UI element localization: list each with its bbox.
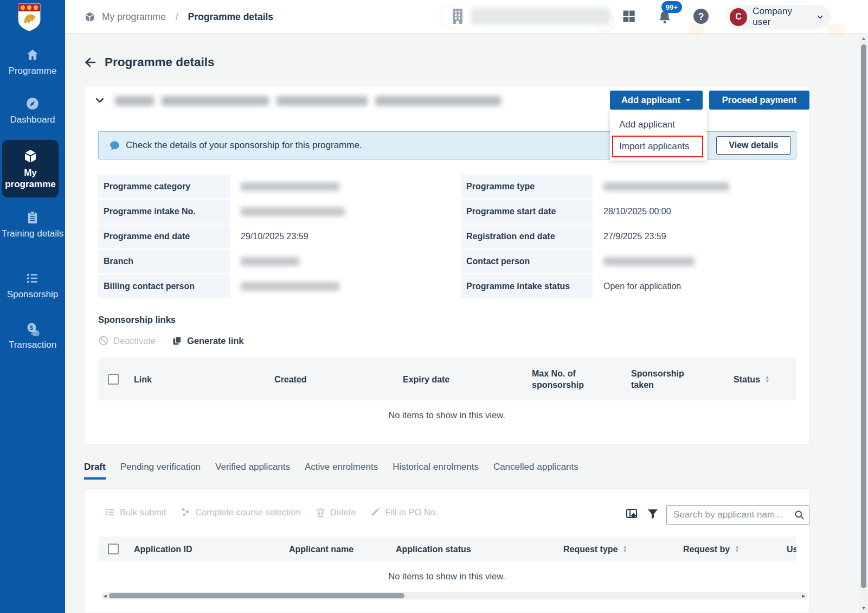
pen-icon xyxy=(370,507,381,518)
detail-value-redacted xyxy=(230,274,448,298)
search-input[interactable] xyxy=(666,505,809,525)
sidebar-item-programme[interactable]: Programme xyxy=(0,48,65,76)
detail-row: Programme end date 29/10/2025 23:59 xyxy=(98,225,448,248)
detail-value: Open for application xyxy=(593,274,809,298)
details-column-right: Programme type Programme start date 28/1… xyxy=(461,175,809,299)
fill-in-po-button[interactable]: Fill in PO No. xyxy=(370,507,438,518)
column-header[interactable]: Expiry date xyxy=(403,358,449,400)
column-settings-icon[interactable] xyxy=(625,507,638,520)
cube-icon xyxy=(84,11,95,23)
sponsorship-links-toolbar: Deactivate Generate link xyxy=(98,333,244,348)
breadcrumb-current: Programme details xyxy=(188,11,274,23)
horizontal-scrollbar[interactable]: ◂ ▸ xyxy=(101,592,807,599)
sidebar-item-transaction[interactable]: $ Transaction xyxy=(0,322,65,350)
select-all-checkbox[interactable] xyxy=(108,374,119,385)
detail-value: 28/10/2025 00:00 xyxy=(593,200,809,224)
detail-value-redacted xyxy=(593,175,809,199)
complete-course-selection-button[interactable]: Complete course selection xyxy=(180,507,300,518)
search-icon[interactable] xyxy=(794,509,805,520)
menu-item-add-applicant[interactable]: Add applicant xyxy=(610,114,707,136)
sidebar-item-dashboard[interactable]: Dashboard xyxy=(0,97,65,125)
detail-row: Registration end date 27/9/2025 23:59 xyxy=(461,225,809,248)
user-name: Company user xyxy=(753,6,811,28)
scroll-up-arrow[interactable]: ▲ xyxy=(859,36,868,41)
column-header[interactable]: Application status xyxy=(396,537,471,561)
page-title-row: Programme details xyxy=(84,55,215,69)
add-applicant-button[interactable]: Add applicant xyxy=(610,91,703,110)
detail-row: Branch xyxy=(98,250,448,273)
sidebar-item-my-programme[interactable]: My programme xyxy=(2,140,59,197)
top-header: My programme / Programme details 99+ ? C… xyxy=(65,0,868,34)
search-box xyxy=(666,505,809,525)
sidebar-item-sponsorship[interactable]: Sponsorship xyxy=(0,271,65,300)
detail-row: Programme start date 28/10/2025 00:00 xyxy=(461,200,809,224)
column-header-request-by[interactable]: Request by ▲▼ xyxy=(683,537,740,561)
page-title: Programme details xyxy=(105,55,215,69)
tab-active-enrolments[interactable]: Active enrolments xyxy=(305,462,378,480)
delete-button[interactable]: Delete xyxy=(315,507,356,518)
column-header[interactable]: Application ID xyxy=(134,537,192,561)
sort-icon[interactable]: ▲▼ xyxy=(735,545,739,553)
breadcrumb-separator: / xyxy=(176,11,178,23)
column-header[interactable]: Max No. of sponsorship xyxy=(532,358,603,400)
sort-icon[interactable]: ▲▼ xyxy=(622,545,627,553)
help-icon[interactable]: ? xyxy=(693,8,709,24)
applicant-tabs: Draft Pending verification Verified appl… xyxy=(84,462,578,480)
back-arrow-icon[interactable] xyxy=(84,56,97,69)
header-doodle xyxy=(827,24,845,37)
details-column-left: Programme category Programme intake No. … xyxy=(98,175,448,299)
user-menu[interactable]: C Company user xyxy=(726,5,831,29)
menu-item-import-applicants[interactable]: Import applicants xyxy=(610,136,707,157)
money-chat-icon: $ xyxy=(25,322,40,336)
scroll-left-arrow[interactable]: ◂ xyxy=(104,592,107,599)
vertical-scrollbar-thumb[interactable] xyxy=(861,44,866,588)
bulk-submit-label: Bulk submit xyxy=(120,507,166,518)
collapse-chevron-icon[interactable] xyxy=(94,95,105,106)
scroll-down-arrow[interactable]: ▼ xyxy=(859,605,868,611)
detail-row: Programme intake No. xyxy=(98,200,448,224)
tab-pending-verification[interactable]: Pending verification xyxy=(120,462,201,480)
sponsorship-links-title: Sponsorship links xyxy=(98,315,176,325)
column-header-status[interactable]: Status ▲▼ xyxy=(734,358,769,400)
detail-value-redacted xyxy=(593,250,809,273)
generate-link-label: Generate link xyxy=(187,336,244,346)
sidebar-item-label: Training details xyxy=(2,228,64,239)
bulk-submit-button[interactable]: Bulk submit xyxy=(105,507,166,518)
deactivate-button[interactable]: Deactivate xyxy=(98,335,156,346)
add-applicant-dropdown: Add applicant Import applicants xyxy=(610,111,707,161)
horizontal-scrollbar-thumb[interactable] xyxy=(109,593,404,598)
applicants-card: Bulk submit Complete course selection De… xyxy=(84,488,809,613)
generate-link-button[interactable]: Generate link xyxy=(172,335,244,346)
select-all-checkbox[interactable] xyxy=(108,544,119,554)
tab-historical-enrolments[interactable]: Historical enrolments xyxy=(393,462,479,480)
detail-label: Programme end date xyxy=(98,225,230,248)
sort-icon[interactable]: ▲▼ xyxy=(765,375,769,383)
delete-label: Delete xyxy=(330,507,356,518)
sidebar: Programme Dashboard My programme Trainin… xyxy=(0,0,65,613)
detail-label: Billing contact person xyxy=(98,274,230,298)
home-icon xyxy=(25,48,40,62)
column-header[interactable]: Created xyxy=(274,358,307,400)
programme-details-card: Add applicant Proceed payment Add applic… xyxy=(84,85,809,445)
view-details-button[interactable]: View details xyxy=(716,136,791,155)
banner-text: Check the details of your sponsorship fo… xyxy=(126,132,362,159)
tab-draft[interactable]: Draft xyxy=(84,462,106,480)
tab-verified-applicants[interactable]: Verified applicants xyxy=(215,462,290,480)
proceed-payment-label: Proceed payment xyxy=(722,95,797,105)
column-header[interactable]: Applicant name xyxy=(289,537,353,561)
column-header-request-type[interactable]: Request type ▲▼ xyxy=(563,537,627,561)
detail-row: Programme type xyxy=(461,175,809,199)
column-header[interactable]: Sponsorship taken xyxy=(631,358,695,400)
column-header[interactable]: Link xyxy=(134,358,152,400)
app-grid-icon[interactable] xyxy=(621,9,636,24)
breadcrumb-parent[interactable]: My programme xyxy=(102,11,166,23)
sidebar-item-training-details[interactable]: Training details xyxy=(0,210,65,239)
vertical-scrollbar[interactable]: ▲ ▼ xyxy=(859,34,868,613)
scroll-right-arrow[interactable]: ▸ xyxy=(802,592,805,599)
filter-icon[interactable] xyxy=(646,507,659,520)
tab-cancelled-applicants[interactable]: Cancelled applicants xyxy=(493,462,578,480)
column-header-user[interactable]: User xyxy=(787,537,796,561)
cube-icon xyxy=(23,149,38,164)
proceed-payment-button[interactable]: Proceed payment xyxy=(709,91,809,110)
detail-row: Contact person xyxy=(461,250,809,273)
